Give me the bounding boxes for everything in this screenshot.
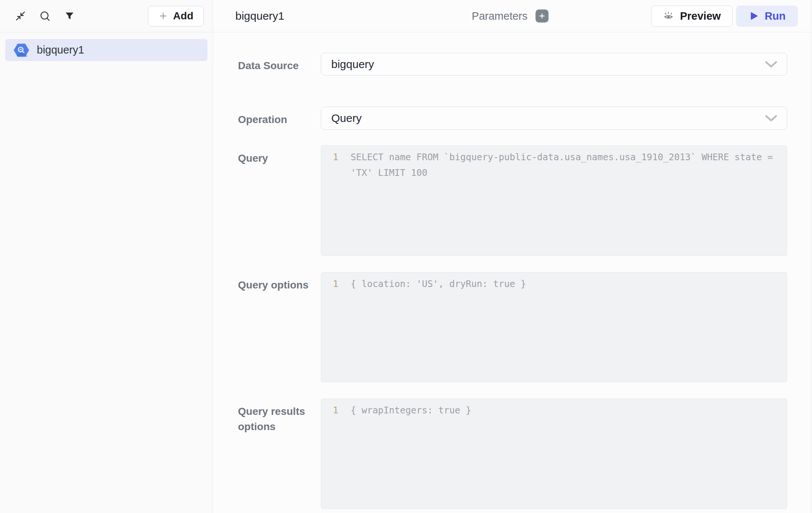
parameters-label: Parameters	[472, 10, 528, 22]
line-number: 1	[321, 149, 338, 165]
run-button[interactable]: Run	[736, 6, 798, 27]
form-row-operation: Operation Query	[238, 107, 787, 130]
parameters-group: Parameters	[472, 10, 549, 23]
line-number: 1	[321, 276, 338, 292]
query-options-placeholder-text: { location: 'US', dryRun: true }	[351, 276, 787, 292]
chevron-down-icon	[764, 60, 778, 68]
bigquery-icon	[13, 43, 29, 57]
preview-button-label: Preview	[680, 10, 721, 22]
data-source-value: bigquery	[331, 58, 374, 71]
query-results-options-code-editor[interactable]: 1 { wrapIntegers: true }	[321, 399, 787, 509]
query-options-label: Query options	[238, 272, 321, 293]
add-parameter-button[interactable]	[536, 10, 549, 23]
query-editor-app: Add bigquery1 bigquery1	[0, 0, 812, 513]
chevron-down-icon	[764, 114, 778, 122]
collapse-icon	[15, 10, 26, 22]
play-icon	[748, 11, 759, 21]
line-number: 1	[321, 403, 338, 418]
preview-button[interactable]: Preview	[651, 6, 732, 27]
query-form: Data Source bigquery Operation	[213, 32, 812, 513]
query-header: bigquery1 Parameters	[213, 0, 812, 32]
query-code-editor[interactable]: 1 SELECT name FROM `bigquery-public-data…	[321, 145, 787, 256]
query-label: Query	[238, 145, 321, 166]
query-list-item-bigquery1[interactable]: bigquery1	[5, 39, 207, 61]
form-row-data-source: Data Source bigquery	[238, 53, 787, 75]
filter-queries-button[interactable]	[63, 10, 76, 22]
query-item-label: bigquery1	[37, 44, 84, 56]
operation-value: Query	[331, 112, 362, 125]
add-query-button[interactable]: Add	[148, 6, 204, 26]
add-button-label: Add	[173, 10, 193, 22]
search-queries-button[interactable]	[39, 10, 51, 22]
query-list: bigquery1	[0, 32, 213, 68]
query-placeholder-text: SELECT name FROM `bigquery-public-data.u…	[351, 149, 787, 181]
filter-icon	[64, 11, 75, 21]
query-options-code-editor[interactable]: 1 { location: 'US', dryRun: true }	[321, 272, 787, 382]
form-row-query-results-options: Query results options 1 { wrapIntegers: …	[238, 399, 787, 509]
header-actions: Preview Run	[651, 6, 798, 27]
collapse-panel-button[interactable]	[14, 10, 27, 22]
plus-icon	[158, 11, 168, 21]
query-detail-panel: bigquery1 Parameters	[213, 0, 812, 513]
operation-label: Operation	[238, 107, 321, 127]
data-source-label: Data Source	[238, 53, 321, 73]
operation-select[interactable]: Query	[321, 107, 787, 130]
run-button-label: Run	[765, 10, 786, 22]
plus-icon	[538, 12, 546, 20]
eye-icon	[663, 10, 674, 22]
search-icon	[39, 10, 51, 22]
sidebar-header: Add	[0, 0, 213, 32]
data-source-select[interactable]: bigquery	[321, 53, 787, 75]
query-sidebar: Add bigquery1	[0, 0, 213, 513]
scrollbar-track[interactable]	[811, 0, 812, 513]
query-results-options-label: Query results options	[238, 399, 321, 434]
form-row-query: Query 1 SELECT name FROM `bigquery-publi…	[238, 145, 787, 256]
form-row-query-options: Query options 1 { location: 'US', dryRun…	[238, 272, 787, 382]
query-name-title: bigquery1	[235, 10, 284, 22]
query-results-options-placeholder-text: { wrapIntegers: true }	[351, 403, 787, 418]
